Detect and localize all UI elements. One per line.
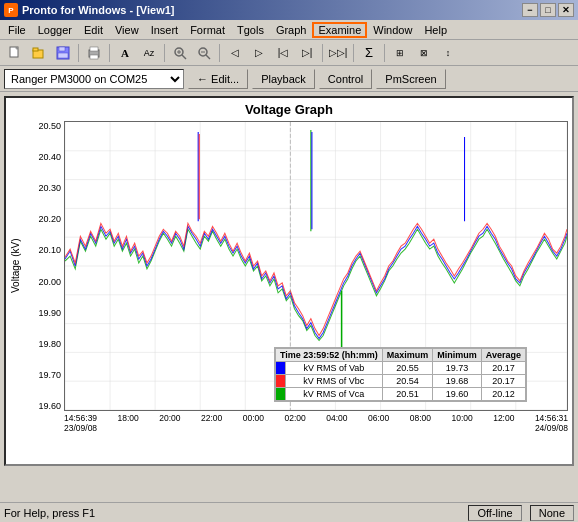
legend-max-header: Maximum <box>382 349 433 362</box>
svg-rect-5 <box>59 47 65 51</box>
offline-panel: Off-line <box>468 505 521 521</box>
skip-right-button[interactable]: ▷| <box>296 42 318 64</box>
zoom-out-button[interactable] <box>193 42 215 64</box>
x-tick-start: 14:56:3923/09/08 <box>64 413 97 433</box>
menu-bar: File Logger Edit View Insert Format Tgol… <box>0 20 578 40</box>
y-tick-3: 20.30 <box>28 183 61 193</box>
svg-rect-8 <box>90 47 98 51</box>
legend-row-vca: kV RMS of Vca 20.51 19.60 20.12 <box>275 388 525 401</box>
help-text: For Help, press F1 <box>4 507 95 519</box>
zoom-in-button[interactable] <box>169 42 191 64</box>
legend-label-vab: kV RMS of Vab <box>285 362 382 375</box>
close-button[interactable]: ✕ <box>558 3 574 17</box>
menu-examine[interactable]: Examine <box>312 22 367 38</box>
extra1-button[interactable]: ⊞ <box>389 42 411 64</box>
y-tick-1: 20.50 <box>28 121 61 131</box>
extra3-button[interactable]: ↕ <box>437 42 459 64</box>
minimize-button[interactable]: − <box>522 3 538 17</box>
y-tick-6: 20.00 <box>28 277 61 287</box>
x-tick-22: 22:00 <box>201 413 222 433</box>
legend-table: Time 23:59:52 (hh:mm) Maximum Minimum Av… <box>274 347 527 402</box>
menu-file[interactable]: File <box>2 22 32 38</box>
extra2-button[interactable]: ⊠ <box>413 42 435 64</box>
x-tick-end: 14:56:3124/09/08 <box>535 413 568 433</box>
restore-button[interactable]: □ <box>540 3 556 17</box>
arrow-left-button[interactable]: ◁ <box>224 42 246 64</box>
sep1 <box>78 44 79 62</box>
sep5 <box>322 44 323 62</box>
status-bar: For Help, press F1 Off-line None <box>0 502 578 522</box>
y-tick-4: 20.20 <box>28 214 61 224</box>
sep3 <box>164 44 165 62</box>
menu-window[interactable]: Window <box>367 22 418 38</box>
playback-button[interactable]: Playback <box>252 69 315 89</box>
menu-help[interactable]: Help <box>418 22 453 38</box>
sigma-button[interactable]: Σ <box>358 42 380 64</box>
menu-tgols[interactable]: Tgols <box>231 22 270 38</box>
menu-view[interactable]: View <box>109 22 145 38</box>
legend-row-vab: kV RMS of Vab 20.55 19.73 20.17 <box>275 362 525 375</box>
sep2 <box>109 44 110 62</box>
legend-avg-header: Average <box>481 349 525 362</box>
title-bar: P Pronto for Windows - [View1] − □ ✕ <box>0 0 578 20</box>
open-button[interactable] <box>28 42 50 64</box>
y-tick-9: 19.70 <box>28 370 61 380</box>
menu-insert[interactable]: Insert <box>145 22 185 38</box>
x-tick-04: 04:00 <box>326 413 347 433</box>
svg-rect-3 <box>33 48 38 51</box>
legend-row-vbc: kV RMS of Vbc 20.54 19.68 20.17 <box>275 375 525 388</box>
x-tick-00: 00:00 <box>243 413 264 433</box>
window-controls: − □ ✕ <box>522 3 574 17</box>
x-tick-10: 10:00 <box>451 413 472 433</box>
font-button[interactable]: A <box>114 42 136 64</box>
y-axis-label: Voltage (kV) <box>10 121 26 411</box>
edit-button[interactable]: ← Edit... <box>188 69 248 89</box>
graph-container: Voltage Graph Voltage (kV) 20.50 20.40 2… <box>4 96 574 466</box>
graph-plot[interactable]: Time 23:59:52 (hh:mm) Maximum Minimum Av… <box>64 121 568 411</box>
menu-edit[interactable]: Edit <box>78 22 109 38</box>
y-tick-2: 20.40 <box>28 152 61 162</box>
legend-min-vab: 19.73 <box>433 362 482 375</box>
svg-rect-9 <box>90 55 98 59</box>
print-button[interactable] <box>83 42 105 64</box>
status-right: Off-line None <box>468 505 574 521</box>
none-panel: None <box>530 505 574 521</box>
pmscreen-button[interactable]: PmScreen <box>376 69 445 89</box>
menu-logger[interactable]: Logger <box>32 22 78 38</box>
x-tick-08: 08:00 <box>410 413 431 433</box>
legend-avg-vbc: 20.17 <box>481 375 525 388</box>
text-button[interactable]: Az <box>138 42 160 64</box>
control-button[interactable]: Control <box>319 69 372 89</box>
window-title: Pronto for Windows - [View1] <box>22 4 174 16</box>
legend-max-vca: 20.51 <box>382 388 433 401</box>
legend-min-vbc: 19.68 <box>433 375 482 388</box>
legend-max-vbc: 20.54 <box>382 375 433 388</box>
skip-left-button[interactable]: |◁ <box>272 42 294 64</box>
legend-avg-vab: 20.17 <box>481 362 525 375</box>
arrow-right-button[interactable]: ▷ <box>248 42 270 64</box>
menu-graph[interactable]: Graph <box>270 22 313 38</box>
menu-format[interactable]: Format <box>184 22 231 38</box>
svg-line-15 <box>206 55 210 59</box>
x-tick-18: 18:00 <box>118 413 139 433</box>
main-toolbar: A Az ◁ ▷ |◁ ▷| ▷▷| Σ ⊞ ⊠ ↕ <box>0 40 578 66</box>
device-selector[interactable]: Ranger PM3000 on COM25 <box>4 69 184 89</box>
legend-avg-vca: 20.12 <box>481 388 525 401</box>
legend-max-vab: 20.55 <box>382 362 433 375</box>
none-label: None <box>539 507 565 519</box>
new-button[interactable] <box>4 42 26 64</box>
y-tick-7: 19.90 <box>28 308 61 318</box>
legend-min-vca: 19.60 <box>433 388 482 401</box>
x-axis: 14:56:3923/09/08 18:00 20:00 22:00 00:00… <box>64 411 568 433</box>
sep7 <box>384 44 385 62</box>
save-button[interactable] <box>52 42 74 64</box>
x-tick-02: 02:00 <box>284 413 305 433</box>
app-icon: P <box>4 3 18 17</box>
legend-time-header: Time 23:59:52 (hh:mm) <box>275 349 382 362</box>
y-tick-8: 19.80 <box>28 339 61 349</box>
svg-rect-6 <box>58 53 68 58</box>
fast-forward-button[interactable]: ▷▷| <box>327 42 349 64</box>
x-tick-06: 06:00 <box>368 413 389 433</box>
x-tick-20: 20:00 <box>159 413 180 433</box>
secondary-toolbar: Ranger PM3000 on COM25 ← Edit... Playbac… <box>0 66 578 92</box>
